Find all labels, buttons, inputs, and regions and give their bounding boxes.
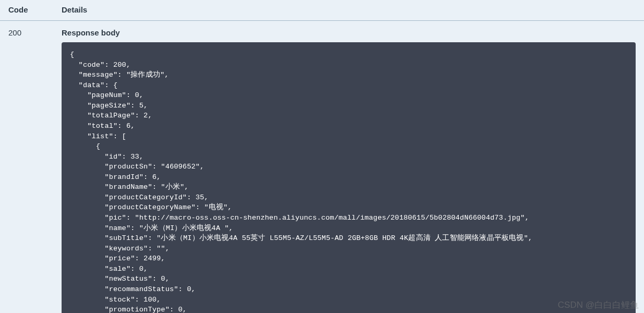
response-body-code[interactable]: { "code": 200, "message": "操作成功", "data"… [62,42,636,313]
response-table: Code Details 200 Response body { "code":… [0,0,644,313]
code-column-header: Code [0,5,62,14]
details-cell: Response body { "code": 200, "message": … [62,27,644,313]
response-body-label: Response body [62,28,636,37]
details-column-header: Details [62,5,644,14]
response-row: 200 Response body { "code": 200, "messag… [0,21,644,313]
status-code-cell: 200 [0,27,62,313]
table-header-row: Code Details [0,0,644,21]
